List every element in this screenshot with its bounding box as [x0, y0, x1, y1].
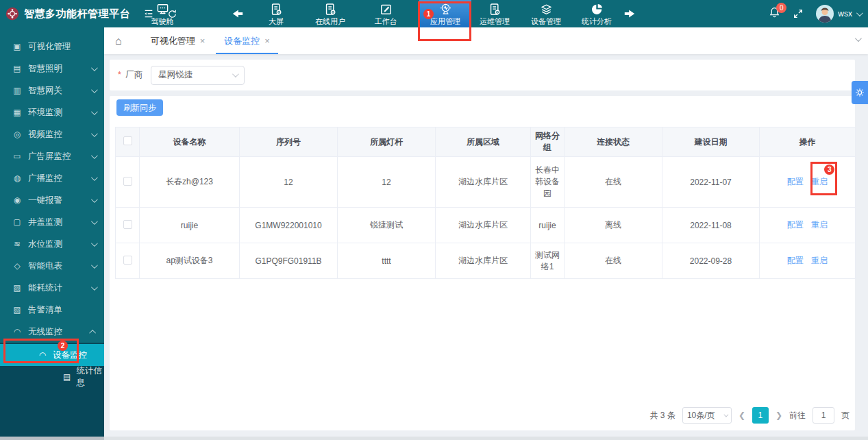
sidebar-item-label: 无线监控 — [28, 326, 91, 338]
sidebar-item-label: 广播监控 — [28, 173, 91, 184]
sidebar-item-label: 井盖监测 — [28, 217, 91, 228]
cockpit-monitor-icon — [156, 3, 169, 16]
sidebar-item-label: 智慧照明 — [28, 63, 91, 75]
nav-label: 在线用户 — [315, 16, 345, 27]
settings-gear-button[interactable] — [852, 81, 868, 104]
vendor-filter-label: * 厂商 — [118, 69, 142, 81]
nav-item-statistics[interactable]: 统计分析 — [573, 0, 621, 27]
edit-icon — [380, 3, 393, 16]
nav-item-device-management[interactable]: 设备管理 — [522, 0, 570, 27]
sidebar-item-label: 智能电表 — [28, 260, 91, 272]
wireless-monitoring-icon: ◠ — [12, 327, 22, 337]
notification-bell-icon[interactable]: 0 — [769, 6, 780, 21]
one-key-alarm-icon: ◉ — [12, 195, 22, 205]
vendor-select[interactable]: 星网锐捷 — [151, 66, 245, 85]
nav-label: 统计分析 — [582, 16, 612, 27]
sidebar-item-statistics-info[interactable]: ▤ 统计信息 — [0, 366, 104, 388]
col-device-name: 设备名称 — [140, 127, 240, 157]
prev-page-button[interactable]: ❮ — [739, 411, 745, 420]
sidebar-item-manhole-monitoring[interactable]: ▢ 井盖监测 — [0, 211, 104, 233]
page-size-select[interactable]: 10条/页 — [682, 407, 732, 424]
nav-label: 大屏 — [269, 16, 284, 27]
config-link[interactable]: 配置 — [787, 177, 804, 186]
chevron-down-icon — [91, 218, 98, 225]
chevron-down-icon — [91, 262, 98, 269]
layers-icon — [540, 3, 553, 16]
tab-options-chevron-icon[interactable] — [855, 35, 862, 42]
tab-device-monitoring[interactable]: 设备监控 × — [214, 27, 280, 54]
vendor-select-value: 星网锐捷 — [158, 69, 193, 81]
config-link[interactable]: 配置 — [787, 256, 804, 265]
config-link[interactable]: 配置 — [787, 220, 804, 230]
pagination: 共 3 条 10条/页 ❮ 1 ❯ 前往 页 — [650, 407, 850, 424]
col-serial: 序列号 — [240, 127, 338, 157]
sidebar-item-environment-monitoring[interactable]: ▦ 环境监测 — [0, 101, 104, 123]
doc-gear-icon — [324, 3, 337, 16]
next-page-button[interactable]: ❯ — [776, 411, 782, 420]
horizontal-scrollbar[interactable] — [0, 437, 868, 440]
visual-management-icon: ▣ — [12, 42, 22, 51]
gear-icon — [855, 88, 865, 97]
restart-link[interactable]: 重启 — [811, 220, 828, 230]
table-row: 长春zh@123 12 12 湖边水库片区 长春中韩设备园 在线 2022-11… — [116, 157, 856, 208]
nav-item-ops-management[interactable]: 运维管理 — [471, 0, 519, 27]
sidebar-item-alarm-list[interactable]: ▧ 告警清单 — [0, 299, 104, 321]
nav-item-online-users[interactable]: 在线用户 — [306, 0, 354, 27]
sidebar-item-device-monitoring[interactable]: ◠ 设备监控 — [0, 344, 104, 366]
sidebar-item-one-key-alarm[interactable]: ◉ 一键报警 — [0, 189, 104, 211]
app-monitor-icon — [439, 3, 452, 16]
tab-bar: ⌂ 可视化管理 × 设备监控 × — [104, 27, 868, 54]
sidebar-item-label: 水位监测 — [28, 239, 91, 250]
nav-label: 驾驶舱 — [151, 16, 174, 27]
sidebar-item-energy-statistics[interactable]: ▨ 能耗统计 — [0, 277, 104, 299]
col-connection-status: 连接状态 — [565, 127, 662, 157]
total-count: 共 3 条 — [650, 410, 675, 421]
nav-item-workbench[interactable]: 工作台 — [362, 0, 410, 27]
manhole-monitoring-icon: ▢ — [12, 217, 22, 227]
sidebar-item-label: 一键报警 — [28, 195, 91, 206]
scrollbar-thumb[interactable] — [0, 437, 104, 440]
sidebar-item-ad-screen-monitoring[interactable]: ▭ 广告屏监控 — [0, 145, 104, 167]
row-checkbox[interactable] — [123, 177, 132, 186]
fullscreen-icon[interactable] — [793, 8, 804, 19]
sidebar-item-broadcast-monitoring[interactable]: ◍ 广播监控 — [0, 167, 104, 189]
row-checkbox[interactable] — [123, 220, 132, 229]
sidebar-item-visual-management[interactable]: ▣ 可视化管理 — [0, 36, 104, 58]
sidebar-item-smart-meter[interactable]: ◇ 智能电表 — [0, 255, 104, 277]
chevron-down-icon — [91, 174, 98, 181]
table-row: ap测试设备3 G1PQ9FG01911B tttt 湖边水库片区 测试网络1 … — [116, 243, 856, 279]
tab-visual-management[interactable]: 可视化管理 × — [141, 27, 215, 54]
refresh-sync-button[interactable]: 刷新同步 — [116, 99, 163, 116]
restart-link[interactable]: 重启 — [811, 177, 828, 186]
home-icon[interactable]: ⌂ — [115, 35, 122, 47]
user-menu[interactable]: wsx — [816, 5, 861, 23]
sidebar-item-label: 能耗统计 — [28, 282, 91, 294]
ad-screen-monitoring-icon: ▭ — [12, 151, 22, 161]
nav-scroll-right[interactable] — [618, 0, 641, 27]
sidebar-item-label: 智慧网关 — [28, 85, 91, 97]
sidebar-item-water-level-monitoring[interactable]: ≋ 水位监测 — [0, 233, 104, 255]
sidebar-item-smart-lighting[interactable]: ▤ 智慧照明 — [0, 58, 104, 80]
chevron-down-icon — [91, 284, 98, 291]
nav-label: 工作台 — [375, 16, 397, 27]
nav-scroll-left[interactable] — [226, 0, 249, 27]
close-icon[interactable]: × — [264, 36, 270, 46]
cell-build-date: 2022-11-07 — [662, 157, 760, 208]
nav-item-big-screen[interactable]: 大屏 — [252, 0, 300, 27]
sidebar-item-video-surveillance[interactable]: ◎ 视频监控 — [0, 123, 104, 145]
sidebar-item-wireless-monitoring[interactable]: ◠ 无线监控 — [0, 321, 104, 343]
page-number-1[interactable]: 1 — [752, 407, 769, 424]
sidebar-item-label: 告警清单 — [28, 304, 96, 316]
filter-panel: * 厂商 星网锐捷 — [110, 60, 855, 90]
chevron-down-icon — [91, 64, 98, 71]
sidebar-item-smart-gateway[interactable]: ▥ 智慧网关 — [0, 80, 104, 101]
row-checkbox[interactable] — [123, 256, 132, 265]
goto-page-input[interactable] — [813, 407, 834, 424]
restart-link[interactable]: 重启 — [811, 256, 828, 265]
top-header: 智慧多功能杆管理平台 驾驶舱 — [0, 0, 868, 27]
select-all-checkbox[interactable] — [123, 136, 132, 145]
chevron-down-icon — [91, 240, 98, 247]
nav-item-cockpit[interactable]: 驾驶舱 — [138, 0, 186, 27]
device-table: 设备名称 序列号 所属灯杆 所属区域 网络分组 连接状态 建设日期 操作 长春z… — [115, 127, 856, 279]
close-icon[interactable]: × — [200, 36, 206, 46]
